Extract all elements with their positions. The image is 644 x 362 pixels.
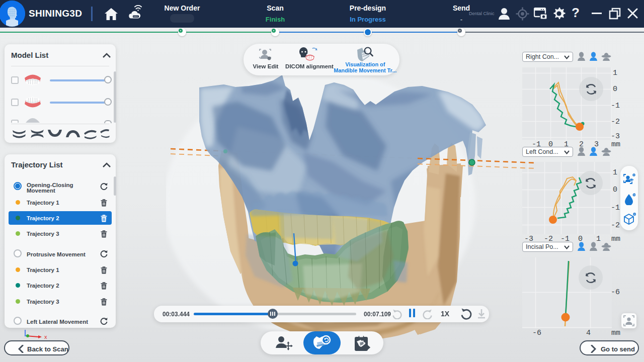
svg-text:x: x [44,334,47,340]
